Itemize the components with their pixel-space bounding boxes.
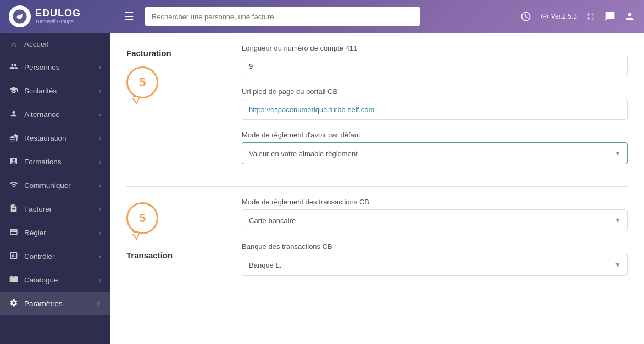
transaction-title: Transaction [126,251,173,260]
alternance-icon [9,109,19,120]
banque-transaction-select[interactable]: Banque L. [242,254,628,276]
regler-icon [9,228,19,238]
mode-reglement-wrapper: Valeur en votre aimable règlement ▼ [242,142,628,164]
restaurant-icon [9,133,19,143]
banque-transaction-group: Banque des transactions CB Banque L. ▼ [242,242,628,276]
mode-reglement-select[interactable]: Valeur en votre aimable règlement [242,142,628,164]
formations-icon [9,157,19,167]
chevron-icon: › [99,229,101,237]
controler-icon [9,251,19,262]
header-actions: Ver.2.5.3 [520,11,635,22]
longueur-compte-group: Longueur du numéro de compte 411 [242,44,628,76]
brand-logo [12,9,27,24]
sidebar: ⌂ Accueil Personnes › Scolarités › Alter… [0,33,110,344]
transaction-bubble: 5 [126,202,158,234]
communiquer-icon [9,180,19,191]
sidebar-item-scolarites[interactable]: Scolarités › [0,79,110,103]
mode-transaction-select[interactable]: Carte bancaire [242,209,628,231]
url-pied-input[interactable] [242,99,628,120]
transaction-fields: Mode de règlement des transactions CB Ca… [242,198,628,287]
main-content: Facturation 5 Longueur du numéro de comp… [110,33,644,344]
sidebar-item-alternance[interactable]: Alternance › [0,103,110,126]
version-badge: Ver.2.5.3 [540,12,577,21]
facturation-section: Facturation 5 Longueur du numéro de comp… [126,44,628,187]
facturation-title: Facturation [126,48,171,58]
sidebar-item-facturer[interactable]: Facturer › [0,197,110,221]
history-icon[interactable] [520,11,531,22]
logo-icon [9,5,31,27]
sidebar-item-regler[interactable]: Régler › [0,221,110,245]
chevron-icon: › [99,158,101,166]
sidebar-item-formations[interactable]: Formations › [0,150,110,174]
mode-transaction-wrapper: Carte bancaire ▼ [242,209,628,231]
transaction-left: 5 Transaction [126,198,225,287]
mode-reglement-group: Mode de règlement d'avoir par défaut Val… [242,131,628,164]
logo-area: EDULOG Turboself Groupe [9,5,113,27]
sidebar-item-restauration[interactable]: Restauration › [0,126,110,150]
mode-transaction-label: Mode de règlement des transactions CB [242,198,628,206]
hamburger-button[interactable]: ☰ [120,8,138,25]
sidebar-item-parametres[interactable]: Paramètres ∨ [0,292,110,315]
longueur-compte-label: Longueur du numéro de compte 411 [242,44,628,52]
url-pied-group: Url pied de page du portail CB [242,87,628,120]
chevron-icon: › [99,111,101,119]
catalogue-icon [9,275,19,285]
search-input[interactable] [145,7,420,26]
body-wrap: ⌂ Accueil Personnes › Scolarités › Alter… [0,33,644,344]
home-icon: ⌂ [9,40,19,49]
user-icon[interactable] [624,11,635,22]
sidebar-item-accueil[interactable]: ⌂ Accueil [0,33,110,56]
header: EDULOG Turboself Groupe ☰ Ver.2.5.3 [0,0,644,33]
chevron-icon: › [99,182,101,190]
banque-transaction-wrapper: Banque L. ▼ [242,254,628,276]
mode-transaction-group: Mode de règlement des transactions CB Ca… [242,198,628,231]
sidebar-item-personnes[interactable]: Personnes › [0,56,110,79]
graduation-icon [9,86,19,96]
longueur-compte-input[interactable] [242,56,628,76]
transaction-section: 5 Transaction Mode de règlement des tran… [126,198,628,298]
expand-icon[interactable] [586,12,596,21]
mode-reglement-label: Mode de règlement d'avoir par défaut [242,131,628,139]
chevron-icon: › [99,253,101,260]
facturer-icon [9,204,19,214]
chevron-icon: › [99,135,101,142]
facturation-bubble: 5 [126,66,158,98]
sidebar-item-controler[interactable]: Contrôler › [0,245,110,268]
banque-transaction-label: Banque des transactions CB [242,242,628,251]
sidebar-item-communiquer[interactable]: Communiquer › [0,174,110,197]
brand-name: EDULOG Turboself Groupe [35,8,81,25]
facturation-left: Facturation 5 [126,44,225,175]
chevron-down-icon: ∨ [96,300,101,308]
svg-point-1 [21,14,23,15]
chevron-icon: › [99,87,101,95]
parametres-icon [9,298,19,309]
url-pied-label: Url pied de page du portail CB [242,87,628,96]
sidebar-item-catalogue[interactable]: Catalogue › [0,268,110,292]
facturation-fields: Longueur du numéro de compte 411 Url pie… [242,44,628,175]
people-icon [9,62,19,73]
chevron-icon: › [99,276,101,284]
chevron-icon: › [99,64,101,71]
chevron-icon: › [99,206,101,213]
chat-icon[interactable] [604,11,615,22]
